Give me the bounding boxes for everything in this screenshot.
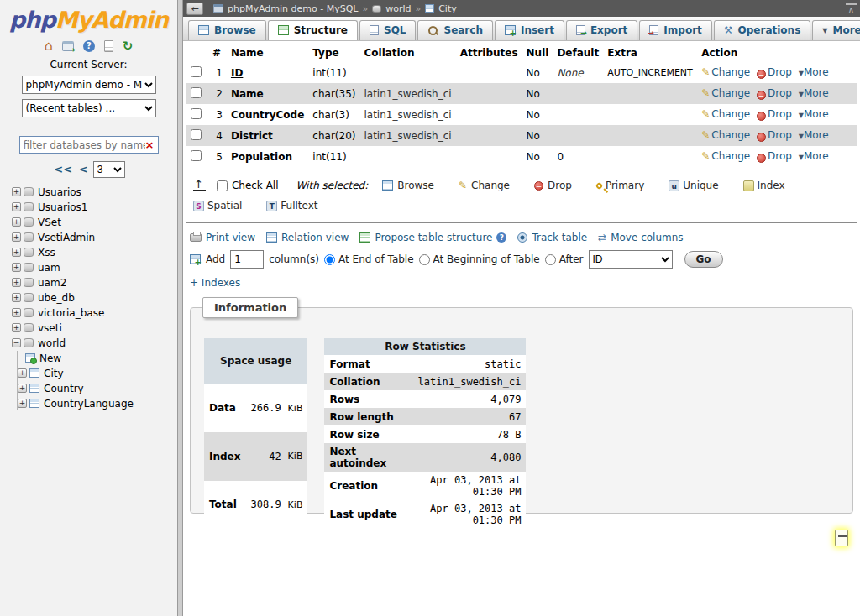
sidebar-db-usuarios1[interactable]: +Usuarios1 xyxy=(12,200,177,214)
db-label[interactable]: VSet xyxy=(38,217,61,228)
propose-structure-link[interactable]: Propose table structure? xyxy=(359,232,506,243)
expand-icon[interactable]: + xyxy=(12,217,21,227)
expand-icon[interactable]: + xyxy=(12,323,21,332)
tab-search[interactable]: Search xyxy=(417,20,492,40)
db-label[interactable]: VsetiAdmin xyxy=(38,232,95,243)
check-all-checkbox[interactable] xyxy=(217,180,228,191)
drop-link[interactable]: −Drop xyxy=(757,129,792,141)
db-label[interactable]: vseti xyxy=(38,322,62,334)
reload-navigation-icon[interactable]: ↻ xyxy=(123,40,134,53)
sidebar-db-vsetiadmin[interactable]: +VsetiAdmin xyxy=(12,230,177,244)
sidebar-db-ube-db[interactable]: +ube_db xyxy=(12,290,177,305)
expand-icon[interactable]: + xyxy=(12,248,21,257)
clear-filter-icon[interactable]: × xyxy=(145,139,155,150)
tab-insert[interactable]: Insert xyxy=(495,20,564,40)
pager-prev-link[interactable]: < xyxy=(79,163,88,175)
sidebar-table-country[interactable]: +Country xyxy=(18,381,177,395)
sidebar-db-uam[interactable]: +uam xyxy=(12,260,177,274)
help-icon[interactable]: ? xyxy=(496,232,506,243)
db-label[interactable]: victoria_base xyxy=(38,307,104,319)
selected-primary-link[interactable]: Primary xyxy=(596,180,644,191)
breadcrumb-database-link[interactable]: world xyxy=(385,3,411,14)
drop-link[interactable]: −Drop xyxy=(757,66,792,78)
db-label[interactable]: Usuarios1 xyxy=(38,201,88,213)
column-count-input[interactable] xyxy=(230,250,264,269)
row-checkbox[interactable] xyxy=(191,108,202,119)
tab-sql[interactable]: SQL xyxy=(359,20,417,40)
pager-fast-prev-link[interactable]: << xyxy=(54,163,72,175)
change-link[interactable]: ✎Change xyxy=(701,108,750,120)
more-link[interactable]: ▼More xyxy=(799,108,829,120)
change-link[interactable]: ✎Change xyxy=(701,66,750,78)
expand-icon[interactable]: + xyxy=(18,384,27,393)
check-all[interactable]: Check All xyxy=(217,180,279,191)
position-after-option[interactable]: After xyxy=(545,253,584,265)
row-checkbox[interactable] xyxy=(191,129,202,140)
more-link[interactable]: ▼More xyxy=(799,87,829,99)
db-label[interactable]: world xyxy=(38,337,66,349)
more-link[interactable]: ▼More xyxy=(799,66,829,78)
phpmyadmin-docs-icon[interactable]: ? xyxy=(83,40,95,52)
row-checkbox[interactable] xyxy=(191,150,202,161)
sidebar-db-vseti[interactable]: +vseti xyxy=(12,321,177,335)
selected-fulltext-link[interactable]: TFulltext xyxy=(266,200,317,211)
more-link[interactable]: ▼More xyxy=(799,129,829,141)
expand-icon[interactable]: + xyxy=(12,202,21,211)
collapse-icon[interactable]: − xyxy=(12,338,21,347)
sidebar-db-vset[interactable]: +VSet xyxy=(12,215,177,229)
mysql-docs-icon[interactable] xyxy=(104,40,113,52)
db-label[interactable]: uam xyxy=(38,262,60,274)
expand-icon[interactable]: + xyxy=(12,308,21,317)
position-begin-option[interactable]: At Beginning of Table xyxy=(419,253,540,265)
sidebar-table-countrylanguage[interactable]: +CountryLanguage xyxy=(18,396,177,410)
move-columns-link[interactable]: ⇄Move columns xyxy=(598,232,683,243)
drop-link[interactable]: −Drop xyxy=(757,87,792,99)
back-button[interactable]: ← xyxy=(186,3,203,15)
position-end-option[interactable]: At End of Table xyxy=(324,253,414,265)
expand-icon[interactable]: + xyxy=(12,278,21,287)
tab-operations[interactable]: ⚒Operations xyxy=(714,20,811,40)
expand-icon[interactable]: + xyxy=(12,187,21,196)
drop-link[interactable]: −Drop xyxy=(757,108,792,120)
position-end-radio[interactable] xyxy=(324,254,335,265)
table-label[interactable]: CountryLanguage xyxy=(44,398,134,410)
sidebar-db-uam2[interactable]: +uam2 xyxy=(12,275,177,290)
after-column-select[interactable]: ID xyxy=(589,250,673,269)
breadcrumb-server-link[interactable]: phpMyAdmin demo - MySQL xyxy=(228,3,358,14)
tab-export[interactable]: Export xyxy=(566,20,637,40)
change-link[interactable]: ✎Change xyxy=(701,150,750,162)
sidebar-db-victoria-base[interactable]: +victoria_base xyxy=(12,305,177,320)
sidebar-db-world[interactable]: −world xyxy=(12,336,177,350)
expand-icon[interactable]: + xyxy=(12,232,21,242)
position-after-radio[interactable] xyxy=(545,254,556,265)
sidebar-db-usuarios[interactable]: +Usuarios xyxy=(12,185,177,199)
database-filter-input[interactable] xyxy=(24,139,145,151)
print-view-link[interactable]: Print view xyxy=(190,232,255,243)
track-table-link[interactable]: Track table xyxy=(517,232,587,243)
table-label[interactable]: City xyxy=(44,368,64,379)
breadcrumb-table-link[interactable]: City xyxy=(438,3,457,14)
drop-link[interactable]: −Drop xyxy=(757,150,792,162)
tab-more[interactable]: ▼More xyxy=(812,20,860,40)
row-checkbox[interactable] xyxy=(191,87,202,98)
open-new-window-icon[interactable] xyxy=(835,530,848,546)
change-link[interactable]: ✎Change xyxy=(701,87,750,99)
expand-icon[interactable]: + xyxy=(18,368,27,378)
selected-browse-link[interactable]: Browse xyxy=(382,180,434,191)
more-link[interactable]: ▼More xyxy=(799,150,829,162)
selected-drop-link[interactable]: −Drop xyxy=(534,180,572,191)
db-label[interactable]: uam2 xyxy=(38,277,66,289)
scroll-top-icon[interactable]: ∧ xyxy=(846,3,857,13)
selected-index-link[interactable]: Index xyxy=(743,180,785,191)
indexes-toggle-link[interactable]: + Indexes xyxy=(190,277,240,289)
pager-page-select[interactable]: 3 xyxy=(93,161,125,178)
tab-import[interactable]: Import xyxy=(639,20,711,40)
expand-icon[interactable]: + xyxy=(12,263,21,272)
expand-icon[interactable]: + xyxy=(12,293,21,302)
db-label[interactable]: Usuarios xyxy=(38,186,81,198)
tab-browse[interactable]: Browse xyxy=(188,20,266,40)
change-link[interactable]: ✎Change xyxy=(701,129,750,141)
tab-structure[interactable]: Structure xyxy=(268,20,358,40)
position-begin-radio[interactable] xyxy=(419,254,430,265)
sidebar-table-new[interactable]: New xyxy=(18,351,177,365)
